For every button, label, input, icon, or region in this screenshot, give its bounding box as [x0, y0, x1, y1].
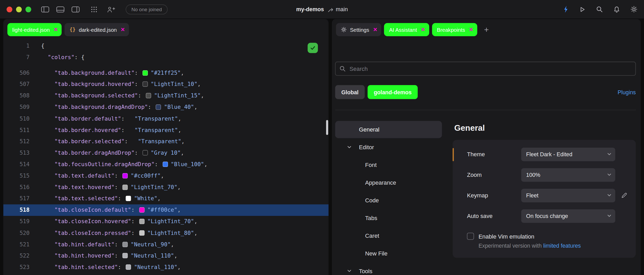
- close-icon[interactable]: ×: [421, 26, 425, 33]
- code-line[interactable]: 516 "tab.text.hovered": "LightTint_70",: [3, 182, 329, 193]
- toolbar-actions: [563, 5, 637, 13]
- no-problems-check-icon[interactable]: [308, 43, 318, 53]
- code-line[interactable]: 518 "tab.closeIcon.default": "#ff00ce",: [3, 204, 329, 216]
- chevron-down-icon: [607, 173, 611, 176]
- collab-status-badge[interactable]: No one joined: [126, 4, 168, 14]
- settings-gear-icon[interactable]: [630, 6, 637, 13]
- code-line[interactable]: 512 "tab.border.selected": "Transparent"…: [3, 136, 329, 147]
- editor-panel: light-edited.json×{}dark-edited.json× 1{…: [3, 19, 329, 275]
- control-wrap: 100%: [521, 168, 615, 182]
- sidebar-item-new-file[interactable]: New File: [335, 244, 442, 262]
- close-icon[interactable]: ×: [373, 26, 377, 33]
- dropdown-value: On focus change: [526, 213, 568, 219]
- close-window-button[interactable]: [7, 6, 12, 12]
- sidebar-item-code[interactable]: Code: [335, 191, 442, 209]
- code-text: "tab.background.dragAndDrop": "Blue_40",: [30, 102, 197, 113]
- dropdown-value: 100%: [526, 172, 540, 178]
- branch-selector[interactable]: main: [328, 6, 348, 12]
- setting-row-theme: ThemeFleet Dark - Edited: [453, 144, 636, 165]
- setting-label: Auto save: [467, 213, 492, 219]
- toggle-left-panel-icon[interactable]: [41, 6, 49, 12]
- line-number: 515: [3, 170, 30, 182]
- toggle-bottom-panel-icon[interactable]: [56, 6, 65, 12]
- color-swatch: [146, 93, 151, 98]
- code-editor[interactable]: 1{7 "colors": {506 "tab.background.defau…: [3, 40, 329, 273]
- dropdown-zoom[interactable]: 100%: [521, 168, 615, 182]
- close-icon[interactable]: ×: [469, 26, 473, 33]
- code-line[interactable]: 510 "tab.border.default": "Transparent",: [3, 113, 329, 124]
- close-icon[interactable]: ×: [121, 26, 125, 33]
- code-line[interactable]: 515 "tab.text.default": "#cc00ff",: [3, 170, 329, 182]
- minimize-window-button[interactable]: [16, 6, 22, 12]
- color-swatch: [126, 265, 131, 270]
- code-line[interactable]: 520 "tab.closeIcon.pressed": "LightTint_…: [3, 227, 329, 239]
- code-text: "tab.hint.default": "Neutral_90",: [30, 239, 174, 250]
- page-title: General: [454, 122, 636, 134]
- vim-emulation-checkbox[interactable]: [467, 233, 474, 240]
- smart-mode-icon[interactable]: [563, 5, 569, 13]
- code-line[interactable]: 7 "colors": {: [3, 52, 329, 63]
- code-text: "tab.border.dragAndDrop": "Gray 10",: [30, 147, 184, 159]
- code-text: "tab.background.hovered": "LightTint_10"…: [30, 79, 201, 90]
- editor-tab-dark-edited-json[interactable]: {}dark-edited.json×: [65, 23, 129, 36]
- zoom-window-button[interactable]: [25, 6, 31, 12]
- color-swatch: [139, 219, 145, 224]
- chevron-down-icon[interactable]: [347, 146, 351, 148]
- settings-tab-breakpoints[interactable]: Breakpoints×: [432, 23, 477, 36]
- dropdown-theme[interactable]: Fleet Dark - Edited: [521, 147, 615, 161]
- new-tab-plus-icon[interactable]: +: [484, 26, 489, 34]
- project-name[interactable]: my-demos: [296, 6, 324, 12]
- color-swatch: [123, 242, 128, 247]
- code-line[interactable]: 1{: [3, 40, 329, 52]
- code-line[interactable]: 519 "tab.closeIcon.hovered": "LightTint_…: [3, 216, 329, 227]
- run-icon[interactable]: [579, 6, 586, 12]
- sidebar-item-editor[interactable]: Editor: [335, 138, 442, 156]
- close-icon[interactable]: ×: [54, 26, 58, 33]
- color-swatch: [123, 184, 128, 190]
- scope-button-goland-demos[interactable]: goland-demos: [368, 85, 418, 99]
- code-line[interactable]: 506 "tab.background.default": "#21ff25",: [3, 67, 329, 79]
- search-icon[interactable]: [596, 6, 603, 13]
- limited-features-link[interactable]: limited features: [543, 243, 581, 249]
- sidebar-item-tools[interactable]: Tools: [335, 262, 442, 275]
- code-text: "tab.closeIcon.hovered": "LightTint_70",: [30, 216, 197, 227]
- invite-collaborator-icon[interactable]: [107, 5, 115, 13]
- toggle-right-panel-icon[interactable]: [72, 6, 80, 12]
- workspaces-grid-icon[interactable]: [90, 5, 98, 13]
- nav-label: Tabs: [365, 214, 377, 221]
- code-line[interactable]: 511 "tab.border.hovered": "Transparent",: [3, 124, 329, 136]
- chevron-down-icon[interactable]: [347, 270, 351, 272]
- nav-label: New File: [365, 250, 388, 256]
- code-line[interactable]: 521 "tab.hint.default": "Neutral_90",: [3, 239, 329, 250]
- settings-tab-ai-assistant[interactable]: AI Assistant×: [384, 23, 429, 36]
- sidebar-item-general[interactable]: General: [335, 121, 442, 138]
- setting-row-zoom: Zoom100%: [453, 165, 636, 185]
- code-line[interactable]: 517 "tab.text.selected": "White",: [3, 193, 329, 204]
- sidebar-item-appearance[interactable]: Appearance: [335, 173, 442, 191]
- editor-scrollbar-thumb[interactable]: [326, 120, 328, 135]
- code-line[interactable]: 513 "tab.border.dragAndDrop": "Gray 10",: [3, 147, 329, 159]
- code-line[interactable]: 523 "tab.hint.selected": "Neutral_110",: [3, 262, 329, 273]
- settings-tab-settings[interactable]: Settings×: [336, 23, 381, 36]
- code-text: "tab.background.default": "#21ff25",: [30, 67, 184, 79]
- sidebar-item-tabs[interactable]: Tabs: [335, 209, 442, 227]
- plugins-link[interactable]: Plugins: [617, 89, 636, 95]
- notifications-bell-icon[interactable]: [613, 6, 620, 13]
- search-input[interactable]: [335, 62, 636, 76]
- code-line[interactable]: 514 "tab.focusOutline.dragAndDrop": "Blu…: [3, 159, 329, 170]
- edit-keymap-icon[interactable]: [621, 192, 628, 198]
- dropdown-auto-save[interactable]: On focus change: [521, 209, 615, 223]
- scope-button-global[interactable]: Global: [335, 85, 365, 99]
- code-line[interactable]: 522 "tab.hint.hovered": "Neutral_110",: [3, 250, 329, 262]
- sidebar-item-caret[interactable]: Caret: [335, 227, 442, 244]
- code-text: "tab.background.selected": "LightTint_15…: [30, 90, 204, 102]
- code-line[interactable]: 508 "tab.background.selected": "LightTin…: [3, 90, 329, 102]
- json-file-icon: {}: [70, 27, 76, 33]
- line-number: 512: [3, 136, 30, 147]
- dropdown-keymap[interactable]: Fleet: [521, 189, 615, 202]
- code-line[interactable]: 509 "tab.background.dragAndDrop": "Blue_…: [3, 102, 329, 113]
- setting-label: Theme: [467, 151, 485, 158]
- code-line[interactable]: 507 "tab.background.hovered": "LightTint…: [3, 79, 329, 90]
- editor-tab-light-edited-json[interactable]: light-edited.json×: [7, 23, 62, 36]
- sidebar-item-font[interactable]: Font: [335, 156, 442, 173]
